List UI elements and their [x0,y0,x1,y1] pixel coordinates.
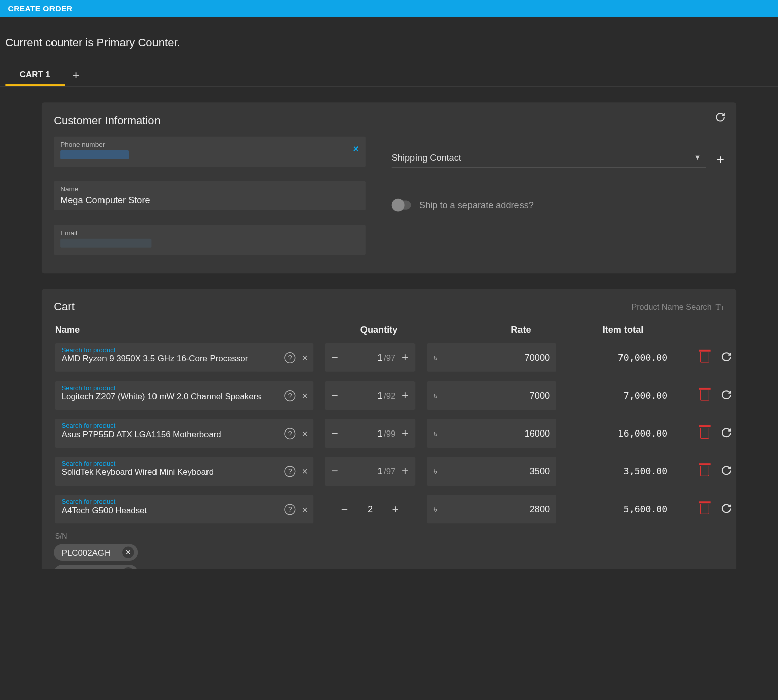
shipping-contact-label: Shipping Contact [392,152,689,163]
chevron-down-icon: ▼ [689,153,706,161]
decrement-button[interactable]: − [335,502,354,516]
name-field[interactable]: Name Mega Computer Store [54,181,366,210]
remove-chip-icon[interactable]: ✕ [122,547,134,558]
product-name: A4Tech G500 Headset [62,505,274,515]
email-value-redacted [60,239,151,248]
add-tab-button[interactable]: + [65,65,87,86]
name-label: Name [60,185,359,193]
product-search-field[interactable]: Search for product AMD Ryzen 9 3950X 3.5… [55,343,314,372]
rate-value: 2800 [437,504,550,514]
item-total: 7,000.00 [568,390,667,401]
add-shipping-contact-button[interactable]: + [717,152,724,168]
help-icon[interactable]: ? [285,352,296,363]
help-icon[interactable]: ? [285,466,296,477]
product-search-field[interactable]: Search for product SolidTek Keyboard Wir… [55,457,314,486]
product-name: SolidTek Keyboard Wired Mini Keyboard [62,467,274,477]
ship-separate-toggle[interactable] [392,201,411,210]
refresh-icon[interactable] [721,351,732,364]
sn-value: PLC003AGH [62,568,111,569]
cart-line: Search for product Logitech Z207 (White)… [54,376,724,414]
product-field-label: Search for product [62,422,274,429]
qty-value: 1/97 [344,352,395,363]
phone-field[interactable]: Phone number × [54,137,366,167]
item-total: 70,000.00 [568,352,667,363]
decrement-button[interactable]: − [325,351,345,364]
increment-button[interactable]: + [395,351,415,364]
phone-label: Phone number [60,140,359,148]
sn-chip: PLC003AGH✕ [54,565,138,569]
help-icon[interactable]: ? [285,504,296,515]
qty-value: 1/92 [344,390,395,401]
email-field[interactable]: Email [54,225,366,255]
tab-cart-1[interactable]: CART 1 [5,64,65,86]
rate-input[interactable]: ৳ 16000 [427,419,556,448]
clear-icon[interactable]: × [302,428,308,439]
delete-icon[interactable] [700,466,709,476]
increment-button[interactable]: + [395,464,415,478]
refresh-icon[interactable] [721,465,732,477]
phone-value-redacted [60,150,129,159]
item-total: 16,000.00 [568,428,667,439]
decrement-button[interactable]: − [325,464,345,478]
help-icon[interactable]: ? [285,428,296,439]
refresh-icon[interactable] [721,427,732,440]
qty-value: 1/99 [344,428,395,439]
product-field-label: Search for product [62,346,274,353]
increment-button[interactable]: + [395,389,415,402]
product-name: Logitech Z207 (White) 10 mW 2.0 Channel … [62,392,274,401]
shipping-contact-select[interactable]: Shipping Contact ▼ [392,152,706,168]
delete-icon[interactable] [700,428,709,439]
help-icon[interactable]: ? [285,390,296,401]
refresh-icon[interactable] [721,503,732,516]
decrement-button[interactable]: − [325,426,345,440]
counter-message: Current counter is Primary Counter. [5,37,772,50]
cart-line: Search for product AMD Ryzen 9 3950X 3.5… [54,339,724,376]
increment-button[interactable]: + [395,426,415,440]
rate-value: 7000 [437,390,550,401]
clear-icon[interactable]: × [302,504,308,515]
cart-title: Cart [54,301,75,314]
product-search-field[interactable]: Search for product Logitech Z207 (White)… [55,381,314,410]
delete-icon[interactable] [700,352,709,363]
cart-header-row: Name Quantity Rate Item total [54,314,724,339]
sn-chip: PLC002AGH✕ [54,544,138,561]
decrement-button[interactable]: − [325,389,345,402]
item-total: 5,600.00 [568,504,667,514]
customer-info-card: Customer Information Phone number × Name… [42,102,736,273]
refresh-icon[interactable] [715,112,726,124]
rate-input[interactable]: ৳ 2800 [427,495,556,523]
qty-value: 1/97 [344,466,395,476]
clear-icon[interactable]: × [302,466,308,477]
sn-label: S/N [55,532,724,540]
rate-input[interactable]: ৳ 70000 [427,343,556,372]
delete-icon[interactable] [700,390,709,401]
quantity-stepper[interactable]: − 1/97 + [325,457,416,486]
rate-input[interactable]: ৳ 3500 [427,457,556,486]
rate-value: 70000 [437,352,550,363]
cart-line: Search for product Asus P7P55D ATX LGA11… [54,414,724,452]
refresh-icon[interactable] [721,389,732,402]
product-field-label: Search for product [62,384,274,391]
product-search-toggle[interactable]: Product Name Search TT [631,302,724,312]
tab-row: CART 1 + [0,64,778,87]
quantity-stepper[interactable]: − 1/99 + [325,419,416,448]
sn-value: PLC002AGH [62,548,111,557]
product-field-label: Search for product [62,498,274,505]
quantity-stepper[interactable]: − 1/92 + [325,381,416,410]
quantity-stepper[interactable]: − 1/97 + [325,343,416,372]
product-name: AMD Ryzen 9 3950X 3.5 GHz 16-Core Proces… [62,354,274,363]
col-name: Name [55,324,314,335]
increment-button[interactable]: + [386,502,405,516]
clear-phone-icon[interactable]: × [353,143,359,154]
delete-icon[interactable] [700,504,709,514]
email-label: Email [60,229,359,237]
clear-icon[interactable]: × [302,390,308,401]
rate-input[interactable]: ৳ 7000 [427,381,556,410]
remove-chip-icon[interactable]: ✕ [122,567,134,569]
product-search-field[interactable]: Search for product Asus P7P55D ATX LGA11… [55,419,314,448]
cart-line: Search for product SolidTek Keyboard Wir… [54,452,724,490]
cart-card: Cart Product Name Search TT Name Quantit… [42,289,736,569]
clear-icon[interactable]: × [302,352,308,363]
quantity-stepper[interactable]: − 2 + [325,495,416,523]
product-search-field[interactable]: Search for product A4Tech G500 Headset ?… [55,495,314,523]
